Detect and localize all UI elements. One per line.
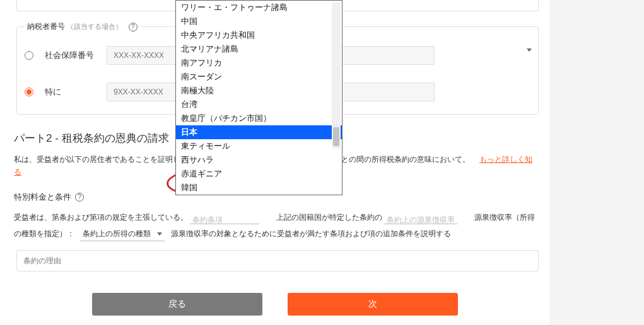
special-s1: 受益者は、第条および第項の規定を主張している。 — [14, 213, 188, 222]
next-button[interactable]: 次 — [288, 293, 458, 316]
scrollbar-thumb[interactable] — [333, 127, 339, 146]
back-button[interactable]: 戻る — [92, 293, 262, 316]
special-s2: 上記の国籍国が特定した条約の — [276, 213, 382, 222]
chevron-down-icon — [157, 232, 162, 236]
dropdown-option[interactable]: 南アフリカ — [176, 56, 342, 70]
withholding-rate-input[interactable]: 条約上の源泉徴収率 — [384, 212, 457, 224]
itin-radio[interactable] — [25, 88, 33, 96]
dropdown-option[interactable]: 台湾 — [176, 98, 342, 111]
dropdown-option[interactable]: 南スーダン — [176, 70, 342, 84]
income-type-value: 条約上の所得の種類 — [83, 225, 151, 242]
dropdown-option[interactable]: 西サハラ — [176, 153, 342, 167]
itin-label: 特に — [45, 86, 95, 98]
dropdown-option[interactable]: ワリー・エ・フトゥーナ諸島 — [176, 1, 342, 14]
dropdown-option[interactable]: 東ティモール — [176, 139, 342, 153]
dropdown-option[interactable]: 教皇庁（バチカン市国） — [176, 111, 342, 125]
dropdown-option[interactable]: 北マリアナ諸島 — [176, 42, 342, 56]
treaty-article-input[interactable]: 条約条項 — [190, 212, 259, 224]
button-row: 戻る 次 — [92, 293, 539, 316]
tax-id-legend: 納税者番号 （該当する場合） ? — [25, 21, 140, 32]
dropdown-option[interactable]: 南極大陸 — [176, 84, 342, 98]
income-type-select[interactable]: 条約上の所得の種類 — [80, 227, 165, 241]
ssn-radio[interactable] — [25, 51, 33, 60]
dropdown-option[interactable]: 韓国 — [176, 181, 342, 195]
dropdown-option[interactable]: 中国 — [176, 14, 342, 28]
dropdown-option[interactable]: 赤道ギニア — [176, 167, 342, 181]
tax-id-legend-text: 納税者番号 — [27, 22, 65, 31]
chevron-down-icon[interactable] — [527, 48, 532, 52]
info-icon[interactable]: ? — [75, 193, 84, 202]
special-heading: 特別料金と条件 — [14, 191, 71, 203]
outside-area — [549, 0, 644, 325]
scrollbar[interactable] — [332, 2, 341, 149]
treaty-reason-input[interactable] — [16, 250, 539, 271]
country-dropdown-listbox[interactable]: ワリー・エ・フトゥーナ諸島中国中央アフリカ共和国北マリアナ諸島南アフリカ南スーダ… — [175, 0, 342, 195]
dropdown-option[interactable]: 日本 — [176, 125, 342, 139]
ssn-label: 社会保障番号 — [45, 50, 95, 61]
info-icon[interactable]: ? — [129, 23, 138, 31]
special-s4: 源泉徴収率の対象となるために受益者が満たす条項および項の追加条件を説明する — [171, 229, 451, 238]
tax-id-legend-note: （該当する場合） — [67, 23, 122, 30]
cert-text-1: 私は、受益者が以下の居住者であることを証明します。 — [14, 155, 203, 164]
special-paragraph: 受益者は、第条および第項の規定を主張している。 条約条項 上記の国籍国が特定した… — [14, 209, 536, 242]
dropdown-option[interactable]: 中央アフリカ共和国 — [176, 28, 342, 42]
